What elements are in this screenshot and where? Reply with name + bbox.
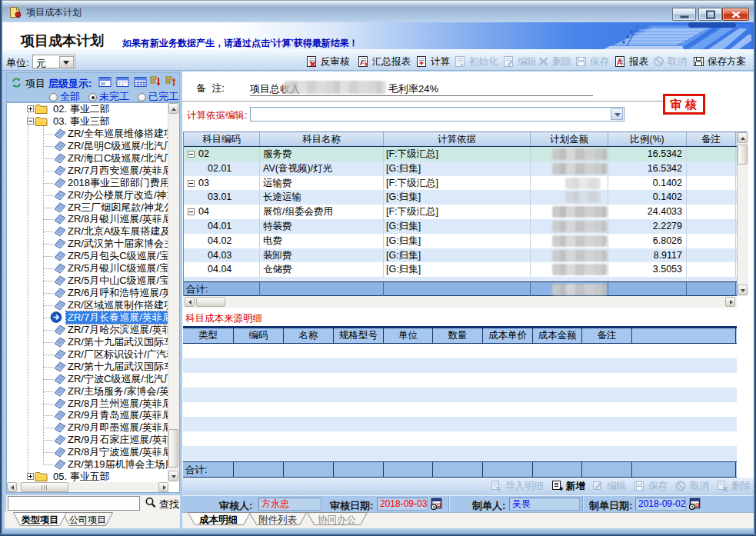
svg-text:协同办公: 协同办公	[318, 514, 357, 525]
svg-text:公司项目: 公司项目	[69, 514, 106, 525]
svg-text:类型项目: 类型项目	[21, 514, 58, 525]
svg-text:附件列表: 附件列表	[258, 514, 298, 525]
svg-text:成本明细: 成本明细	[198, 514, 238, 525]
